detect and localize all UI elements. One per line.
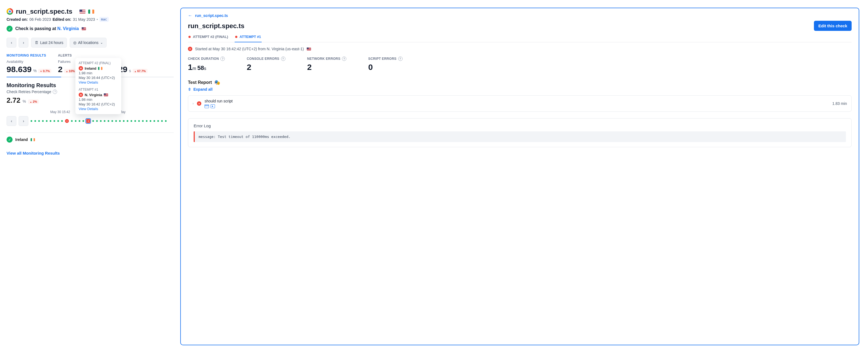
availability-delta: 0.7% xyxy=(38,69,51,73)
check-title-row: run_script.spec.ts xyxy=(6,8,174,15)
status-prefix: Check is passing at xyxy=(15,26,57,31)
help-icon[interactable]: ? xyxy=(53,90,57,94)
fail-icon: ✕ xyxy=(79,93,83,97)
tooltip-attempt1-label: ATTEMPT #1 xyxy=(79,88,118,92)
next-range-button[interactable]: › xyxy=(19,38,28,47)
test-duration: 1.83 min xyxy=(832,101,847,106)
attempt-tooltip: ATTEMPT #2 (FINAL) ✕ Ireland 1.98 min Ma… xyxy=(75,58,121,114)
help-icon[interactable]: ? xyxy=(220,57,225,61)
help-icon[interactable]: ? xyxy=(281,57,285,61)
chevron-down-icon: ⌄ xyxy=(100,41,103,44)
retries-delta: 2% xyxy=(28,99,39,104)
tooltip-attempt2-location: Ireland xyxy=(85,66,96,70)
timeline-pager: ‹ › xyxy=(6,116,28,126)
target-icon: ◎ xyxy=(73,40,76,45)
status-dot-icon xyxy=(188,36,191,38)
help-icon[interactable]: ? xyxy=(398,57,403,61)
dot-separator xyxy=(97,19,98,20)
started-row: ✕ Started at May 30 16:42:42 (UTC+2) fro… xyxy=(188,47,851,51)
timeline-dots[interactable] xyxy=(31,119,166,123)
chevron-right-icon: › xyxy=(23,40,24,45)
flag-ie-icon xyxy=(98,67,102,70)
meta-row: Created on: 06 Feb 2023 Edited on: 31 Ma… xyxy=(6,17,174,22)
chevron-right-icon: › xyxy=(192,102,194,105)
expand-icon: ⇳ xyxy=(188,87,191,92)
tab-attempt-1[interactable]: ATTEMPT #1 xyxy=(235,35,262,42)
detail-panel: ← run_script.spec.ts run_script.spec.ts … xyxy=(180,8,859,345)
platform-tag: mac xyxy=(99,17,109,22)
test-item[interactable]: › ✕ should run script 1.83 min xyxy=(188,95,851,112)
console-errors-label: CONSOLE ERRORS xyxy=(247,57,279,61)
console-errors-value: 2 xyxy=(247,63,285,72)
view-all-link[interactable]: View all Monitoring Results xyxy=(6,151,174,155)
pager: ‹ › xyxy=(6,38,28,47)
tab-attempt-1-label: ATTEMPT #1 xyxy=(240,35,261,39)
flag-us-icon xyxy=(80,9,86,14)
error-log-title: Error Log xyxy=(194,124,846,128)
timeline-prev-button[interactable]: ‹ xyxy=(6,116,17,126)
chrome-icon xyxy=(6,8,13,15)
failures-delta: 10% xyxy=(64,69,76,73)
timeline-fail-dot[interactable] xyxy=(65,119,69,123)
edit-check-button[interactable]: Edit this check xyxy=(814,21,851,31)
breadcrumb-title[interactable]: run_script.spec.ts xyxy=(195,13,228,18)
time-range-select[interactable]: 🗓 Last 24 hours xyxy=(31,38,67,47)
started-text: Started at May 30 16:42:42 (UTC+2) from … xyxy=(195,47,304,51)
network-errors-value: 2 xyxy=(307,63,347,72)
availability-value: 98.639 xyxy=(6,65,32,74)
availability-unit: % xyxy=(33,69,37,73)
prev-range-button[interactable]: ‹ xyxy=(6,38,17,47)
check-status-text: Check is passing at N. Virginia xyxy=(15,26,79,31)
tooltip-attempt2-label: ATTEMPT #2 (FINAL) xyxy=(79,61,118,65)
help-icon[interactable]: ? xyxy=(342,57,346,61)
flag-us-icon xyxy=(307,47,311,51)
created-on-value: 06 Feb 2023 xyxy=(30,17,51,22)
timeline-fail-dot-selected[interactable] xyxy=(86,119,90,123)
tooltip-attempt2-details-link[interactable]: View Details xyxy=(79,80,118,85)
test-report-title: Test Report xyxy=(188,80,212,85)
metric-script-errors: SCRIPT ERRORS? 0 xyxy=(368,57,402,72)
status-location-link[interactable]: N. Virginia xyxy=(57,26,79,31)
chevron-left-icon: ‹ xyxy=(11,40,12,45)
tab-attempt-2[interactable]: ATTEMPT #2 (FINAL) xyxy=(188,35,228,42)
panel-title: run_script.spec.ts xyxy=(188,22,244,30)
retries-label: Check Retries Percentage xyxy=(6,90,51,94)
timeline-label-1: May 30 15:42 xyxy=(50,110,70,114)
script-errors-label: SCRIPT ERRORS xyxy=(368,57,396,61)
location-filter-select[interactable]: ◎ All locations ⌄ xyxy=(70,38,106,47)
breadcrumb: ← run_script.spec.ts xyxy=(188,13,851,18)
tab-attempt-2-label: ATTEMPT #2 (FINAL) xyxy=(193,35,228,39)
test-report-head: Test Report 🎭 xyxy=(188,79,851,86)
edited-on-value: 31 May 2023 xyxy=(73,17,95,22)
check-pass-icon: ✓ xyxy=(6,26,12,32)
check-title: run_script.spec.ts xyxy=(16,8,72,15)
flag-us-icon xyxy=(104,93,108,96)
location-row-ireland[interactable]: ✓ Ireland xyxy=(6,132,174,147)
fail-icon: ✕ xyxy=(79,66,83,70)
failures-value: 2 xyxy=(58,65,63,74)
script-errors-value: 0 xyxy=(368,63,402,72)
tooltip-attempt1-details-link[interactable]: View Details xyxy=(79,107,118,111)
screenshot-icon[interactable] xyxy=(205,104,209,108)
attempt-tabs: ATTEMPT #2 (FINAL) ATTEMPT #1 xyxy=(188,35,851,42)
metric-duration: CHECK DURATION? 1m 58s xyxy=(188,57,225,72)
status-row: ✓ Check is passing at N. Virginia xyxy=(6,26,174,32)
flag-us-icon xyxy=(82,27,86,30)
monitoring-results-head: MONITORING RESULTS xyxy=(6,54,51,57)
stat-availability: MONITORING RESULTS Availability 98.639 %… xyxy=(6,54,51,74)
error-icon: ✕ xyxy=(188,47,192,51)
expand-all-button[interactable]: ⇳ Expand all xyxy=(188,87,851,92)
video-icon[interactable] xyxy=(211,104,215,108)
duration-min: 1 xyxy=(188,63,192,71)
p95-unit: s xyxy=(129,69,131,73)
network-errors-label: NETWORK ERRORS xyxy=(307,57,341,61)
location-name: Ireland xyxy=(15,137,28,142)
created-on-label: Created on: xyxy=(6,17,28,22)
status-dot-icon xyxy=(235,36,237,38)
alerts-head: ALERTS xyxy=(58,54,91,57)
metric-console-errors: CONSOLE ERRORS? 2 xyxy=(247,57,285,72)
duration-label: CHECK DURATION xyxy=(188,57,219,61)
retries-unit: % xyxy=(23,99,26,103)
back-arrow-icon[interactable]: ← xyxy=(188,13,192,18)
timeline-next-button[interactable]: › xyxy=(19,116,28,126)
